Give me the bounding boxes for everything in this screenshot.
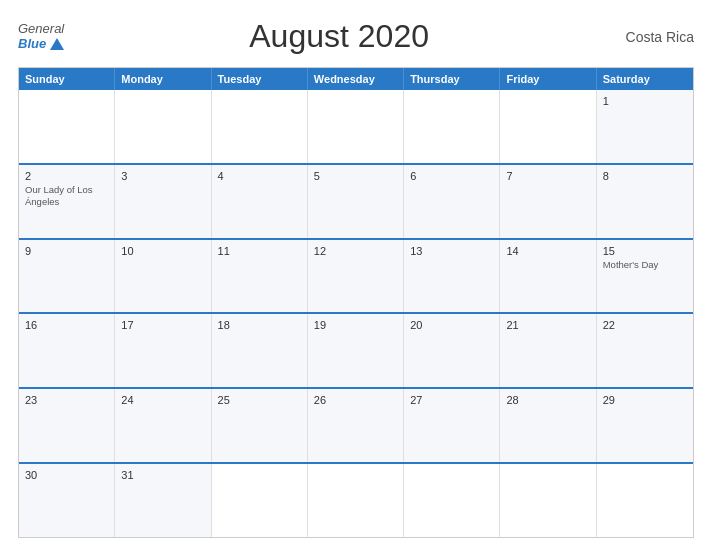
- header-day-wednesday: Wednesday: [308, 68, 404, 90]
- header-day-friday: Friday: [500, 68, 596, 90]
- calendar-row-0: 1: [19, 90, 693, 163]
- day-number: 16: [25, 319, 108, 331]
- country-label: Costa Rica: [614, 29, 694, 45]
- day-number: 26: [314, 394, 397, 406]
- day-number: 13: [410, 245, 493, 257]
- calendar-cell: 19: [308, 314, 404, 387]
- day-number: 2: [25, 170, 108, 182]
- logo: General Blue: [18, 22, 64, 51]
- day-number: 23: [25, 394, 108, 406]
- calendar-cell: [597, 464, 693, 537]
- day-number: 30: [25, 469, 108, 481]
- calendar-header-row: SundayMondayTuesdayWednesdayThursdayFrid…: [19, 68, 693, 90]
- day-number: 15: [603, 245, 687, 257]
- calendar-cell: [404, 90, 500, 163]
- calendar-cell: 3: [115, 165, 211, 238]
- day-event: Mother's Day: [603, 259, 687, 271]
- calendar-cell: 30: [19, 464, 115, 537]
- day-number: 9: [25, 245, 108, 257]
- header-day-saturday: Saturday: [597, 68, 693, 90]
- day-number: 6: [410, 170, 493, 182]
- day-number: 25: [218, 394, 301, 406]
- calendar-cell: 28: [500, 389, 596, 462]
- calendar-cell: 26: [308, 389, 404, 462]
- calendar-row-5: 3031: [19, 462, 693, 537]
- calendar-cell: [308, 464, 404, 537]
- calendar-body: 12Our Lady of Los Ángeles345678910111213…: [19, 90, 693, 537]
- calendar-row-3: 16171819202122: [19, 312, 693, 387]
- calendar-cell: 13: [404, 240, 500, 313]
- header-day-monday: Monday: [115, 68, 211, 90]
- day-number: 27: [410, 394, 493, 406]
- calendar-cell: [500, 464, 596, 537]
- day-number: 14: [506, 245, 589, 257]
- calendar-cell: [500, 90, 596, 163]
- logo-triangle-icon: [50, 38, 64, 50]
- calendar-cell: 16: [19, 314, 115, 387]
- calendar-grid: SundayMondayTuesdayWednesdayThursdayFrid…: [18, 67, 694, 538]
- calendar-cell: [404, 464, 500, 537]
- header: General Blue August 2020 Costa Rica: [18, 18, 694, 55]
- day-number: 18: [218, 319, 301, 331]
- day-number: 24: [121, 394, 204, 406]
- day-number: 5: [314, 170, 397, 182]
- calendar-cell: 4: [212, 165, 308, 238]
- day-number: 10: [121, 245, 204, 257]
- calendar-page: General Blue August 2020 Costa Rica Sund…: [0, 0, 712, 550]
- calendar-cell: 23: [19, 389, 115, 462]
- header-day-tuesday: Tuesday: [212, 68, 308, 90]
- header-day-sunday: Sunday: [19, 68, 115, 90]
- calendar-cell: 22: [597, 314, 693, 387]
- day-number: 29: [603, 394, 687, 406]
- calendar-cell: 18: [212, 314, 308, 387]
- day-number: 20: [410, 319, 493, 331]
- calendar-row-4: 23242526272829: [19, 387, 693, 462]
- day-number: 1: [603, 95, 687, 107]
- day-number: 17: [121, 319, 204, 331]
- day-number: 8: [603, 170, 687, 182]
- calendar-cell: 12: [308, 240, 404, 313]
- calendar-cell: 31: [115, 464, 211, 537]
- day-number: 21: [506, 319, 589, 331]
- calendar-cell: 15Mother's Day: [597, 240, 693, 313]
- calendar-cell: 8: [597, 165, 693, 238]
- calendar-cell: 9: [19, 240, 115, 313]
- calendar-cell: [212, 464, 308, 537]
- calendar-cell: 7: [500, 165, 596, 238]
- day-number: 28: [506, 394, 589, 406]
- calendar-cell: 27: [404, 389, 500, 462]
- calendar-cell: 11: [212, 240, 308, 313]
- calendar-cell: 6: [404, 165, 500, 238]
- logo-blue-text: Blue: [18, 37, 64, 51]
- calendar-cell: [308, 90, 404, 163]
- day-event: Our Lady of Los Ángeles: [25, 184, 108, 209]
- calendar-cell: [115, 90, 211, 163]
- day-number: 22: [603, 319, 687, 331]
- calendar-cell: [19, 90, 115, 163]
- month-title: August 2020: [64, 18, 614, 55]
- calendar-row-1: 2Our Lady of Los Ángeles345678: [19, 163, 693, 238]
- day-number: 12: [314, 245, 397, 257]
- calendar-cell: 20: [404, 314, 500, 387]
- calendar-cell: 17: [115, 314, 211, 387]
- calendar-cell: [212, 90, 308, 163]
- logo-general-text: General: [18, 22, 64, 36]
- day-number: 3: [121, 170, 204, 182]
- calendar-cell: 21: [500, 314, 596, 387]
- calendar-cell: 25: [212, 389, 308, 462]
- day-number: 4: [218, 170, 301, 182]
- calendar-cell: 29: [597, 389, 693, 462]
- day-number: 7: [506, 170, 589, 182]
- calendar-cell: 24: [115, 389, 211, 462]
- header-day-thursday: Thursday: [404, 68, 500, 90]
- day-number: 11: [218, 245, 301, 257]
- calendar-row-2: 9101112131415Mother's Day: [19, 238, 693, 313]
- day-number: 19: [314, 319, 397, 331]
- calendar-cell: 1: [597, 90, 693, 163]
- day-number: 31: [121, 469, 204, 481]
- calendar-cell: 10: [115, 240, 211, 313]
- calendar-cell: 2Our Lady of Los Ángeles: [19, 165, 115, 238]
- calendar-cell: 5: [308, 165, 404, 238]
- calendar-cell: 14: [500, 240, 596, 313]
